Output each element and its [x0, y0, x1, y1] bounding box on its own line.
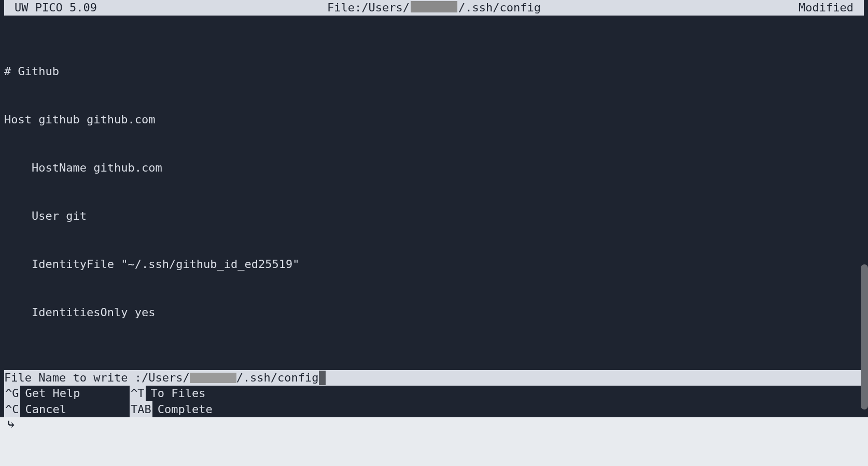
editor-content[interactable]: # Github Host github github.com HostName…: [4, 16, 864, 352]
redacted-username: [190, 373, 236, 383]
prompt-value-prefix: /Users/: [142, 370, 190, 386]
editor-line: Host github github.com: [4, 111, 864, 128]
shortcut-to-files[interactable]: ^T To Files: [130, 385, 255, 401]
editor-line: IdentitiesOnly yes: [4, 304, 864, 320]
filename-prompt[interactable]: File Name to write : /Users/ /.ssh/confi…: [4, 370, 864, 386]
editor-line: IdentityFile "~/.ssh/github_id_ed25519": [4, 256, 864, 272]
shortcut-row: ^G Get Help ^T To Files: [4, 385, 864, 401]
bottom-shell-area: ⤷: [0, 417, 868, 466]
file-path-suffix: /.ssh/config: [458, 0, 541, 16]
shortcut-key: ^T: [130, 385, 146, 401]
file-path-prefix: /Users/: [361, 0, 410, 16]
shortcut-get-help[interactable]: ^G Get Help: [4, 385, 130, 401]
prompt-value-suffix: /.ssh/config: [236, 370, 319, 386]
prompt-label: File Name to write :: [4, 370, 142, 386]
shortcut-label: Cancel: [20, 401, 66, 417]
redacted-username: [411, 1, 457, 12]
app-name: UW PICO 5.09: [15, 0, 97, 16]
shortcut-complete[interactable]: TAB Complete: [130, 401, 255, 417]
shortcut-label: Get Help: [20, 385, 80, 401]
shortcut-key: ^C: [4, 401, 20, 417]
shortcut-bar: ^G Get Help ^T To Files ^C Cancel TAB Co…: [4, 385, 864, 417]
title-bar: UW PICO 5.09 File: /Users/ /.ssh/config …: [4, 0, 864, 16]
editor-line: User git: [4, 208, 864, 224]
shell-prompt-icon: ⤷: [6, 418, 16, 431]
editor-line: # Github: [4, 63, 864, 79]
shortcut-label: Complete: [152, 401, 213, 417]
scrollbar[interactable]: [861, 264, 868, 409]
editor-line: HostName github.com: [4, 160, 864, 176]
shortcut-row: ^C Cancel TAB Complete: [4, 401, 864, 417]
shortcut-cancel[interactable]: ^C Cancel: [4, 401, 130, 417]
file-path: File: /Users/ /.ssh/config: [327, 0, 541, 16]
modified-status: Modified: [799, 0, 853, 16]
shortcut-label: To Files: [146, 385, 206, 401]
file-label: File:: [327, 0, 361, 16]
shortcut-key: ^G: [4, 385, 20, 401]
cursor: [319, 371, 326, 385]
shortcut-key: TAB: [130, 401, 152, 417]
